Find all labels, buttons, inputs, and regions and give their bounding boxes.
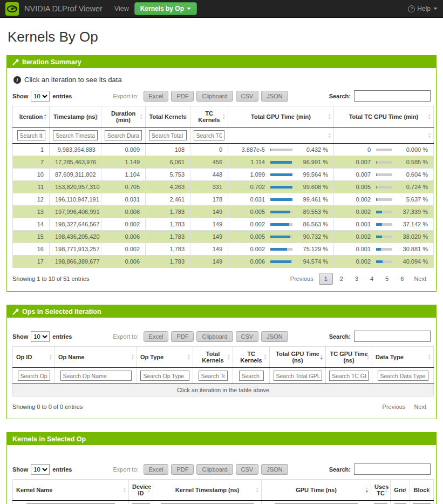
page-button-6[interactable]: 6 (396, 273, 408, 284)
export-clipboard-button[interactable]: Clipboard (196, 464, 233, 475)
column-search-input[interactable] (194, 130, 225, 140)
column-header-kernel-timestamp-ns[interactable]: Kernel Timestamp (ns)▲▼ (153, 480, 262, 501)
search-input[interactable] (354, 331, 431, 342)
page-size-select[interactable]: 10 (31, 91, 50, 102)
next-page-button[interactable]: Next (410, 273, 431, 284)
export-clipboard-button[interactable]: Clipboard (196, 91, 233, 102)
filter-cell (13, 501, 129, 504)
time-value: 0.702 (234, 184, 265, 190)
column-header-tc-kernels[interactable]: TC Kernels▲▼ (190, 106, 228, 127)
column-header-total-kernels[interactable]: Total Kernels▲▼ (193, 347, 233, 368)
export-pdf-button[interactable]: PDF (171, 464, 194, 475)
iteration-row[interactable]: 17198,866,389,6770.0061,7831490.00694.57… (13, 256, 434, 268)
page-button-4[interactable]: 4 (365, 273, 378, 284)
app-title[interactable]: NVIDIA DLProf Viewer (24, 4, 103, 13)
page-button-1[interactable]: 1 (319, 273, 333, 285)
column-header-device-id[interactable]: Device ID▲▼ (129, 480, 153, 501)
export-json-button[interactable]: JSON (261, 91, 288, 102)
export-csv-button[interactable]: CSV (236, 91, 259, 102)
column-header-op-type[interactable]: Op Type▲▼ (137, 347, 193, 368)
filter-cell (137, 368, 193, 384)
column-header-total-kernels[interactable]: Total Kernels▲▼ (146, 106, 190, 127)
iteration-row[interactable]: 11153,820,957,3100.7054,2633310.70299.60… (13, 181, 434, 193)
column-header-total-gpu-time-ns[interactable]: Total GPU Time (ns)▲▼ (270, 347, 326, 368)
table-search: Search: (329, 331, 431, 342)
column-search-input[interactable] (239, 371, 264, 381)
export-json-button[interactable]: JSON (261, 331, 288, 342)
next-page-button[interactable]: Next (410, 401, 431, 412)
page-button-3[interactable]: 3 (350, 273, 363, 284)
page-button-5[interactable]: 5 (380, 273, 393, 284)
column-header-op-name[interactable]: Op Name▲▼ (55, 347, 137, 368)
iteration-row[interactable]: 14198,327,646,5670.0021,7831490.00286.56… (13, 218, 434, 231)
column-header-kernel-name[interactable]: Kernel Name▲▼ (13, 480, 129, 501)
nav-help-dropdown[interactable]: ? Help (408, 5, 438, 12)
column-header-iteration[interactable]: Iteration▲▼ (13, 106, 50, 127)
column-header-grid[interactable]: Grid▲▼ (391, 480, 410, 501)
iteration-row[interactable]: 16198,771,913,2570.0021,7831490.00275.12… (13, 243, 434, 256)
column-search-input[interactable] (17, 130, 45, 140)
export-csv-button[interactable]: CSV (236, 464, 259, 475)
panel-title: Kernels in Selected Op (12, 435, 86, 443)
show-label: Show (12, 333, 28, 340)
duration-cell: 0.705 (101, 181, 146, 193)
time-value: 0 (339, 146, 371, 153)
page-size-select[interactable]: 10 (31, 464, 50, 475)
column-search-input[interactable] (105, 130, 142, 140)
total-kernels-cell: 1,783 (146, 206, 190, 218)
column-search-input[interactable] (149, 130, 187, 140)
iteration-row[interactable]: 1087,609,311,8021.1045,7534481.09999.564… (13, 169, 434, 181)
nav-kernels-by-op-dropdown[interactable]: Kernels by Op (134, 2, 197, 15)
export-excel-button[interactable]: Excel (144, 331, 169, 342)
column-search-input[interactable] (18, 371, 50, 381)
column-header-duration-min[interactable]: Duration (min)▲▼ (101, 106, 146, 127)
iteration-row[interactable]: 19,983,364,8830.00910803.887e-50.432 %00… (13, 144, 434, 156)
export-buttons: Export to: ExcelPDFClipboardCSVJSON (72, 91, 329, 102)
percent-value: 96.991 % (298, 159, 328, 165)
column-header-gpu-time-ns[interactable]: GPU Time (ns)▲▼ (262, 480, 371, 501)
search-input[interactable] (354, 90, 431, 102)
export-pdf-button[interactable]: PDF (171, 91, 194, 102)
info-icon: i (13, 76, 21, 84)
time-value: 0.007 (339, 171, 371, 178)
export-excel-button[interactable]: Excel (144, 464, 169, 475)
nav-menu-view[interactable]: View (114, 5, 129, 12)
timestamp-cell: 9,983,364,883 (50, 144, 101, 156)
ops-table: Op ID▲▼Op Name▲▼Op Type▲▼Total Kernels▲▼… (12, 346, 434, 397)
column-search-input[interactable] (199, 371, 228, 381)
iteration-row[interactable]: 12196,110,947,1910.0312,4611780.03199.46… (13, 193, 434, 206)
tc-gpu-time-bar (376, 260, 392, 263)
search-input[interactable] (354, 463, 431, 475)
column-header-total-tc-gpu-time-min[interactable]: Total TC GPU Time (min)▲▼ (334, 106, 434, 127)
column-header-op-id[interactable]: Op ID▲▼ (13, 347, 55, 368)
previous-page-button[interactable]: Previous (378, 401, 410, 412)
previous-page-button[interactable]: Previous (286, 273, 318, 284)
column-header-total-gpu-time-min[interactable]: Total GPU Time (min)▲▼ (228, 106, 334, 127)
page-button-2[interactable]: 2 (335, 273, 348, 284)
column-header-block[interactable]: Block▲▼ (410, 480, 434, 501)
column-search-input[interactable] (329, 371, 369, 381)
column-header-tc-gpu-time-ns[interactable]: TC GPU Time (ns)▲▼ (326, 347, 372, 368)
sort-icon: ▲▼ (131, 354, 134, 360)
column-search-input[interactable] (53, 130, 98, 140)
column-header-timestamp-ns[interactable]: Timestamp (ns)▲▼ (50, 106, 101, 127)
export-csv-button[interactable]: CSV (236, 331, 259, 342)
column-header-data-type[interactable]: Data Type▲▼ (372, 347, 434, 368)
sort-icon: ▲▼ (123, 487, 126, 493)
export-excel-button[interactable]: Excel (144, 91, 169, 102)
iteration-row[interactable]: 717,285,463,9761.1496,0614561.11496.991 … (13, 156, 434, 169)
column-search-input[interactable] (378, 371, 428, 381)
sort-icon: ▲▼ (428, 354, 431, 360)
page-size-select[interactable]: 10 (31, 331, 50, 342)
column-search-input[interactable] (274, 371, 322, 381)
column-search-input[interactable] (140, 371, 189, 381)
percent-value: 5.637 % (398, 196, 428, 203)
export-json-button[interactable]: JSON (261, 464, 288, 475)
column-search-input[interactable] (60, 371, 132, 381)
export-clipboard-button[interactable]: Clipboard (196, 331, 233, 342)
column-header-uses-tc[interactable]: Uses TC▲▼ (371, 480, 391, 501)
column-header-tc-kernels[interactable]: TC Kernels▲▼ (233, 347, 270, 368)
iteration-row[interactable]: 15198,436,205,4200.0061,7831490.00590.73… (13, 231, 434, 243)
iteration-row[interactable]: 13197,996,406,9910.0061,7831490.00589.55… (13, 206, 434, 218)
export-pdf-button[interactable]: PDF (171, 331, 194, 342)
